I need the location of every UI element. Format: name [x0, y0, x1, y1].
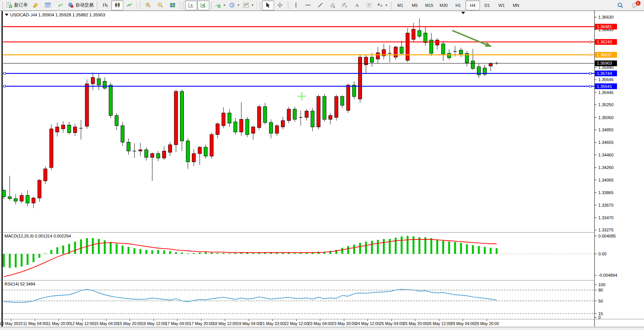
search-button[interactable] [614, 0, 626, 10]
price-badge-label: 1.35903 [597, 61, 612, 65]
timeframe-M5-button[interactable]: M5 [408, 0, 422, 10]
timeframe-H4-button[interactable]: H4 [465, 0, 480, 10]
line-drag-handle[interactable] [4, 85, 6, 87]
timeframe-MN-button[interactable]: MN [509, 0, 523, 10]
timeframe-M30-button[interactable]: M30 [437, 0, 451, 10]
time-tick-label: 17 May 20:00 [189, 321, 214, 326]
zoom-out-button[interactable] [154, 0, 166, 10]
time-tick-label: 15 May 04:00 [94, 321, 118, 326]
chevron-down-icon[interactable]: ▼ [385, 4, 388, 6]
toolbar-drag-handle [2, 2, 3, 9]
candle-body [127, 142, 130, 151]
candle-body [210, 135, 214, 156]
chart-area[interactable]: 1.366301.364351.358401.356451.354451.352… [0, 11, 644, 327]
signals-button[interactable] [54, 0, 66, 10]
macd-histogram-bar [228, 253, 230, 254]
text-label-button[interactable]: T [363, 0, 375, 10]
time-tick-label: 26 May 12:00 [427, 321, 451, 326]
candle-body [418, 30, 421, 36]
line-drag-handle[interactable] [590, 54, 591, 56]
macd-histogram-bar [74, 242, 76, 254]
timeframe-M1-button[interactable]: M1 [393, 0, 408, 10]
templates-button[interactable]: ▼ [241, 0, 255, 10]
candle-body [121, 126, 124, 142]
line-chart-button[interactable] [123, 0, 135, 10]
macd-histogram-bar [430, 238, 432, 254]
timeframe-M15-button[interactable]: M15 [422, 0, 437, 10]
macd-histogram-bar [365, 242, 367, 254]
styler-button[interactable] [29, 0, 41, 10]
macd-axis-label: 0.00 [598, 252, 606, 256]
macd-histogram-bar [145, 250, 147, 254]
zoom-in-button[interactable] [142, 0, 154, 10]
market-depth-button[interactable] [41, 0, 54, 10]
chart-shift-button[interactable] [197, 0, 209, 10]
candlestick-chart-button[interactable] [111, 0, 123, 10]
chevron-down-icon[interactable]: ▼ [237, 4, 240, 6]
macd-histogram-bar [3, 254, 5, 267]
line-drag-handle[interactable] [590, 72, 591, 74]
vertical-line-button[interactable] [290, 0, 302, 10]
macd-histogram-bar [484, 247, 486, 254]
zoom-in-icon [145, 2, 151, 8]
timeframe-H1-button[interactable]: H1 [451, 0, 465, 10]
main-toolbar: 新订单自动交易▼▼▼EFAT▼M1M5M15M30H1H4D1W1MN1 [0, 0, 644, 11]
chevron-down-icon[interactable]: ▼ [223, 4, 226, 6]
arrows-button[interactable]: ▼ [375, 0, 389, 10]
chart-shift-icon [200, 2, 207, 8]
text-button[interactable]: A [351, 0, 363, 10]
horizontal-line-button[interactable] [302, 0, 314, 10]
time-tick-label: 17 May 04:00 [165, 321, 190, 326]
candle-body [14, 199, 18, 201]
status-bar [0, 327, 644, 330]
candle-body [305, 111, 308, 118]
candle-body [174, 91, 178, 145]
candle-body [62, 125, 65, 129]
toolbar-drag-handle [183, 2, 183, 9]
line-drag-handle[interactable] [4, 72, 6, 74]
line-drag-handle[interactable] [590, 41, 591, 43]
candle-body [364, 57, 368, 65]
tile-windows-button[interactable] [166, 0, 179, 10]
timeframe-W1-button[interactable]: W1 [494, 0, 509, 10]
macd-histogram-bar [359, 243, 361, 254]
candle-body [412, 29, 415, 40]
candle-body [275, 126, 279, 133]
candle-body [139, 150, 142, 151]
time-tick-label: 22 May 12:00 [284, 321, 309, 326]
indicators-button[interactable]: ▼ [213, 0, 227, 10]
button-label: 新订单 [14, 2, 28, 8]
search-icon [617, 2, 624, 9]
trendline-button[interactable] [314, 0, 327, 10]
autotrading-button[interactable]: 自动交易 [66, 0, 95, 10]
candle-body [435, 40, 439, 45]
macd-histogram-bar [478, 246, 480, 254]
candle-body [103, 81, 107, 88]
line-drag-handle[interactable] [590, 85, 591, 87]
candle-body [394, 47, 397, 57]
macd-histogram-bar [223, 253, 225, 254]
price-tick-label: 1.33865 [598, 190, 614, 195]
macd-histogram-bar [134, 248, 135, 254]
bar-chart-button[interactable] [99, 0, 111, 10]
time-tick-label: 18 May 12:00 [213, 321, 237, 326]
auto-scroll-button[interactable] [185, 0, 197, 10]
new-order-icon [6, 2, 13, 8]
fibonacci-button[interactable]: F [339, 0, 351, 10]
toolbar-separator [137, 2, 137, 9]
new-order-button[interactable]: 新订单 [5, 0, 29, 10]
chevron-down-icon[interactable]: ▼ [251, 4, 254, 6]
cursor-button[interactable] [262, 0, 274, 10]
time-tick-label: 24 May 12:00 [355, 321, 380, 326]
price-badge-label: 1.36240 [597, 40, 612, 44]
notifications-button[interactable]: 1 [629, 0, 641, 10]
equidistant-channel-button[interactable]: E [327, 0, 339, 10]
macd-histogram-bar [217, 253, 218, 254]
price-tick-label: 1.34065 [598, 178, 614, 182]
macd-histogram-bar [448, 242, 450, 254]
timeframe-D1-button[interactable]: D1 [480, 0, 494, 10]
periods-button[interactable]: ▼ [227, 0, 241, 10]
time-tick-label: 11 May 04:00 [23, 321, 47, 326]
time-tick-label: 23 May 04:00 [308, 321, 332, 326]
crosshair-button[interactable] [274, 0, 286, 10]
